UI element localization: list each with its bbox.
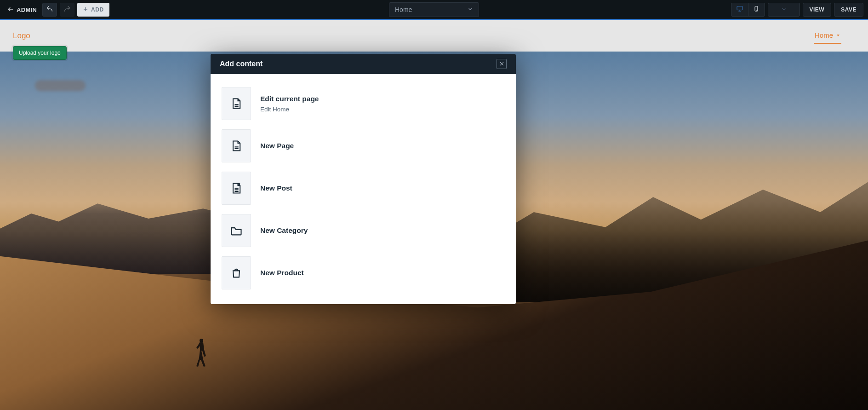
modal-title: Add content bbox=[220, 60, 263, 68]
option-title: Edit current page bbox=[260, 95, 319, 103]
save-label: SAVE bbox=[841, 6, 857, 13]
person-silhouette bbox=[195, 338, 209, 367]
svg-rect-3 bbox=[737, 6, 742, 10]
device-desktop-button[interactable] bbox=[731, 3, 748, 16]
modal-body: Edit current page Edit Home New Page New… bbox=[211, 74, 516, 304]
close-icon bbox=[499, 61, 504, 68]
option-subtitle: Edit Home bbox=[260, 106, 319, 113]
add-label: ADD bbox=[91, 6, 104, 13]
option-new-post[interactable]: New Post bbox=[222, 167, 505, 209]
option-new-page[interactable]: New Page bbox=[222, 125, 505, 167]
device-preview-toggle bbox=[731, 3, 765, 17]
modal-close-button[interactable] bbox=[497, 59, 507, 69]
option-new-product[interactable]: New Product bbox=[222, 252, 505, 294]
site-header: Logo Upload your logo Home bbox=[0, 20, 868, 52]
mobile-icon bbox=[753, 6, 760, 14]
nav-item-home[interactable]: Home bbox=[814, 29, 841, 44]
page-icon bbox=[222, 87, 251, 120]
option-title: New Page bbox=[260, 142, 294, 150]
page-icon bbox=[222, 129, 251, 162]
add-content-button[interactable]: ADD bbox=[77, 3, 109, 17]
desktop-icon bbox=[736, 5, 743, 14]
back-to-admin-link[interactable]: ADMIN bbox=[5, 4, 40, 16]
view-label: VIEW bbox=[810, 6, 825, 13]
upload-logo-button[interactable]: Upload your logo bbox=[13, 46, 67, 60]
post-icon bbox=[222, 172, 251, 205]
shopping-bag-icon bbox=[222, 256, 251, 289]
redo-button[interactable] bbox=[60, 3, 74, 17]
option-title: New Category bbox=[260, 226, 308, 235]
site-nav: Home bbox=[814, 29, 855, 44]
device-mobile-button[interactable] bbox=[748, 3, 765, 16]
chevron-down-icon bbox=[781, 6, 787, 13]
nav-item-label: Home bbox=[815, 31, 833, 39]
folder-icon bbox=[222, 214, 251, 247]
view-button[interactable]: VIEW bbox=[803, 3, 832, 17]
cloud-decoration bbox=[35, 80, 86, 91]
site-logo-placeholder[interactable]: Logo bbox=[13, 31, 30, 40]
caret-down-icon bbox=[836, 31, 840, 39]
save-button[interactable]: SAVE bbox=[834, 3, 863, 17]
undo-icon bbox=[46, 5, 53, 14]
admin-label: ADMIN bbox=[17, 6, 37, 13]
page-select-value: Home bbox=[395, 6, 412, 13]
option-title: New Post bbox=[260, 184, 292, 192]
svg-point-9 bbox=[200, 339, 203, 342]
page-select[interactable]: Home bbox=[389, 2, 479, 17]
plus-icon bbox=[83, 6, 88, 13]
option-title: New Product bbox=[260, 269, 304, 277]
option-new-category[interactable]: New Category bbox=[222, 209, 505, 252]
svg-marker-8 bbox=[837, 35, 839, 36]
undo-button[interactable] bbox=[42, 3, 57, 17]
option-edit-current-page[interactable]: Edit current page Edit Home bbox=[222, 82, 505, 125]
modal-header: Add content bbox=[211, 54, 516, 74]
add-content-modal: Add content Edit current page Edit Home … bbox=[211, 54, 516, 304]
admin-toolbar: ADMIN ADD Home bbox=[0, 0, 868, 20]
arrow-left-icon bbox=[7, 6, 14, 14]
chevron-down-icon bbox=[468, 6, 473, 13]
redo-icon bbox=[63, 5, 71, 14]
language-select[interactable] bbox=[768, 3, 800, 17]
